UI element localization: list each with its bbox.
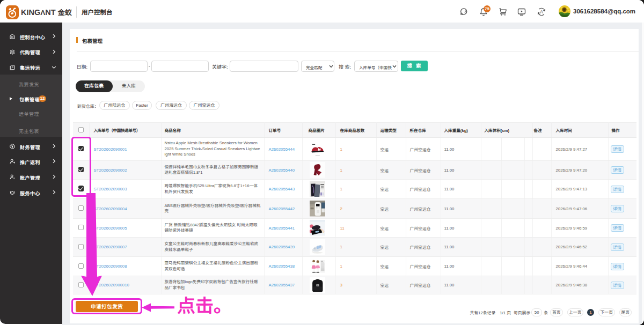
svg-text:A: A [540, 9, 543, 14]
